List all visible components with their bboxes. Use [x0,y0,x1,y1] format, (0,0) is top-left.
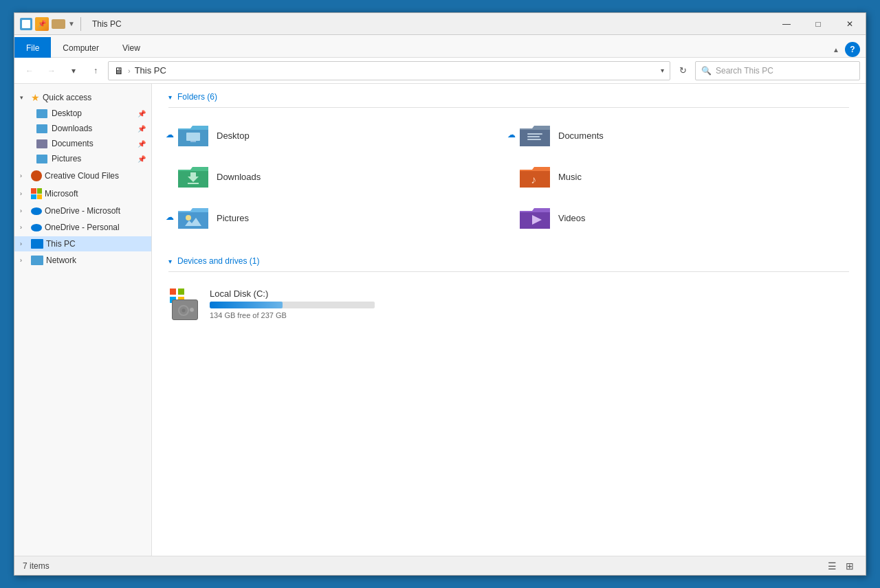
folders-grid: ☁ Desktop ☁ [152,116,866,248]
sidebar-onedrive-personal-header[interactable]: › OneDrive - Personal [14,220,151,235]
svg-rect-1 [190,141,196,142]
list-view-button[interactable]: ☰ [824,558,839,574]
app-icon [20,18,32,30]
search-box[interactable]: 🔍 Search This PC [695,61,860,80]
folder-item-pictures[interactable]: ☁ Pictures [168,199,507,237]
thispc-icon [31,239,43,249]
svg-rect-3 [527,136,540,137]
local-disk-progress-fill [210,302,283,308]
maximize-button[interactable]: □ [802,13,834,35]
network-expand-icon: › [20,257,28,264]
sidebar-thispc-header[interactable]: › This PC [14,236,151,251]
svg-point-8 [186,215,191,220]
videos-folder-name: Videos [558,213,586,223]
sidebar-downloads-label: Downloads [52,124,92,133]
folder-item-videos[interactable]: Videos [510,199,849,237]
svg-text:♪: ♪ [531,174,536,185]
desktop-folder-name: Desktop [217,131,250,141]
sidebar-item-pictures[interactable]: Pictures 📌 [14,151,151,166]
toolbar-dropdown-arrow[interactable]: ▼ [68,20,75,27]
status-view-icons: ☰ ⊞ [824,558,857,574]
music-folder-icon: ♪ [518,163,551,190]
sidebar-network-header[interactable]: › Network [14,253,151,268]
folders-section-header[interactable]: ▾ Folders (6) [152,84,866,107]
local-disk-item[interactable]: Local Disk (C:) 134 GB free of 237 GB [152,280,866,327]
tab-view[interactable]: View [111,37,152,58]
sidebar-item-downloads[interactable]: Downloads 📌 [14,121,151,136]
folder-item-music[interactable]: ♪ Music [510,157,849,196]
documents-cloud-icon: ☁ [507,130,516,139]
pictures-folder-wrapper: ☁ [177,204,210,231]
sidebar-microsoft-header[interactable]: › Microsoft [14,185,151,202]
quick-access-section: ▾ ★ Quick access Desktop 📌 Downloads 📌 D… [14,89,151,166]
search-icon: 🔍 [701,66,712,76]
tab-computer[interactable]: Computer [51,37,111,58]
recent-locations-button[interactable]: ▾ [64,61,83,80]
help-button[interactable]: ? [845,42,860,57]
forward-button[interactable]: → [42,61,61,80]
downloads-folder-wrapper [177,163,210,190]
sidebar-onedrive-personal-section: › OneDrive - Personal [14,220,151,235]
ms-icon [31,188,42,199]
ribbon-expand-arrow[interactable]: ▲ [833,46,839,54]
pictures-cloud-icon: ☁ [166,212,174,222]
minimize-button[interactable]: — [771,13,802,35]
devices-section-header[interactable]: ▾ Devices and drives (1) [152,248,866,271]
tab-file[interactable]: File [14,37,51,58]
refresh-button[interactable]: ↻ [673,61,692,80]
ribbon: File Computer View ▲ ? [14,35,866,58]
desktop-folder-wrapper: ☁ [177,122,210,149]
sidebar-thispc-section: › This PC [14,236,151,251]
network-icon [31,256,43,265]
ms-expand-icon: › [20,190,28,197]
onedrive-ms-icon [31,207,42,215]
folders-section-title: Folders (6) [177,92,217,102]
back-button[interactable]: ← [20,61,39,80]
win-sq-red [170,289,176,295]
window-controls: — □ ✕ [771,13,866,34]
network-label: Network [46,256,76,265]
sidebar-item-documents[interactable]: Documents 📌 [14,136,151,151]
onedrive-ms-label: OneDrive - Microsoft [45,206,120,216]
hdd-icon [172,299,198,320]
address-dropdown-arrow[interactable]: ▾ [661,67,664,74]
hdd-center [182,309,186,313]
sidebar-creative-cloud-header[interactable]: › Creative Cloud Files [14,168,151,184]
music-folder-wrapper: ♪ [518,163,551,190]
documents-folder-wrapper: ☁ [518,122,551,149]
quick-access-toolbar-pin[interactable]: 📌 [35,17,49,31]
cc-label: Creative Cloud Files [45,171,119,181]
desktop-pin-icon: 📌 [138,110,146,117]
content-area: ▾ Folders (6) ☁ [152,84,866,556]
ribbon-help-area: ▲ ? [833,42,866,57]
up-button[interactable]: ↑ [86,61,105,80]
cc-icon [31,170,42,181]
folder-item-desktop[interactable]: ☁ Desktop [168,116,507,155]
pictures-pin-icon: 📌 [138,155,146,163]
sidebar-documents-label: Documents [52,139,94,148]
folders-divider [168,107,849,108]
address-bar[interactable]: 🖥 › This PC ▾ [108,61,670,80]
sidebar-creative-cloud-section: › Creative Cloud Files [14,168,151,184]
status-bar: 7 items ☰ ⊞ [14,556,866,575]
thispc-label: This PC [46,239,76,249]
address-pc-icon: 🖥 [114,65,124,76]
quick-access-folder-btn[interactable] [52,19,65,29]
grid-view-button[interactable]: ⊞ [842,558,857,574]
close-button[interactable]: ✕ [834,13,866,35]
downloads-folder-icon [36,124,47,133]
folder-item-downloads[interactable]: Downloads [168,157,507,196]
pictures-folder-name: Pictures [217,213,249,223]
window-title: This PC [92,19,122,29]
onedrive-personal-label: OneDrive - Personal [45,223,120,232]
videos-folder-wrapper [518,204,551,231]
folder-item-documents[interactable]: ☁ Documents [510,116,849,155]
quick-access-star-icon: ★ [31,92,40,103]
local-disk-name: Local Disk (C:) [210,289,375,299]
sidebar-onedrive-ms-header[interactable]: › OneDrive - Microsoft [14,203,151,218]
sidebar-item-desktop[interactable]: Desktop 📌 [14,106,151,121]
quick-access-header[interactable]: ▾ ★ Quick access [14,89,151,106]
documents-folder-name: Documents [558,131,604,141]
main-area: ▾ ★ Quick access Desktop 📌 Downloads 📌 D… [14,84,866,556]
documents-folder-icon [518,122,551,149]
